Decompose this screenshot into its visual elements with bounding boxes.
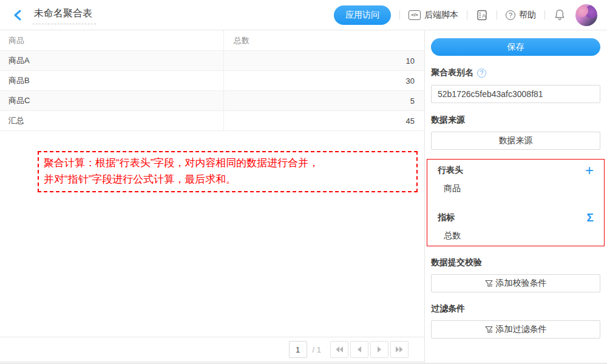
divider: [467, 10, 467, 19]
help-icon: ?: [506, 10, 515, 20]
main-panel: 商品 总数 商品A 10 商品B 30 商品C 5 汇总 45: [0, 30, 425, 364]
alias-label: 聚合表别名: [431, 67, 473, 78]
sigma-icon[interactable]: Σ: [587, 212, 594, 223]
alias-help-icon[interactable]: ?: [477, 69, 486, 78]
metric-label: 指标: [438, 212, 455, 223]
add-validation-button[interactable]: 添加校验条件: [431, 274, 600, 292]
divider: [399, 10, 400, 19]
code-icon: </>: [409, 10, 421, 20]
cell-product: 商品C: [0, 91, 224, 110]
datasource-button[interactable]: 数据来源: [431, 132, 600, 150]
last-page-button[interactable]: [390, 341, 409, 358]
annotation-note: 聚合计算：根据“行表头”字段，对内容相同的数据进行合并， 并对“指针”字段进行公…: [38, 151, 418, 192]
filter-icon: [485, 280, 493, 288]
add-filter-label: 添加过滤条件: [496, 324, 547, 335]
row-header-field[interactable]: 商品: [438, 183, 594, 194]
help-button[interactable]: ? 帮助: [506, 10, 536, 21]
table-row: 商品A 10: [0, 51, 424, 71]
body: 商品 总数 商品A 10 商品B 30 商品C 5 汇总 45: [0, 30, 607, 364]
cell-total: 10: [224, 51, 424, 70]
app-access-button[interactable]: 应用访问: [334, 5, 391, 25]
chevron-left-icon: [356, 346, 362, 353]
double-chevron-right-icon: [395, 346, 404, 353]
svg-text:A: A: [482, 12, 486, 18]
filter-label: 过滤条件: [431, 303, 600, 314]
chevron-left-icon: [13, 10, 22, 21]
metric-field[interactable]: 总数: [438, 231, 594, 241]
table-row: 商品B 30: [0, 71, 424, 91]
top-header: 未命名聚合表 应用访问 </> 后端脚本 A ?: [0, 0, 607, 30]
backend-script-label: 后端脚本: [424, 10, 458, 21]
next-page-button[interactable]: [370, 341, 388, 358]
cell-product: 汇总: [0, 111, 224, 130]
back-button[interactable]: [11, 8, 24, 22]
cell-product: 商品A: [0, 51, 224, 70]
previous-page-button[interactable]: [350, 341, 368, 358]
cell-total: 45: [224, 111, 424, 130]
double-chevron-left-icon: [335, 346, 344, 353]
annotation-line2: 并对“指针”字段进行公式计算，最后求和。: [44, 171, 412, 187]
address-book-button[interactable]: A: [476, 9, 488, 21]
row-header-label: 行表头: [438, 165, 463, 176]
add-row-header-icon[interactable]: +: [585, 165, 594, 176]
table-row-summary: 汇总 45: [0, 111, 424, 131]
metric-section: 指标 Σ: [438, 212, 594, 223]
save-button[interactable]: 保存: [431, 38, 600, 56]
first-page-button[interactable]: [330, 341, 348, 358]
help-label: 帮助: [519, 10, 536, 21]
chevron-right-icon: [376, 346, 382, 353]
row-header-section: 行表头 +: [438, 165, 594, 176]
alias-input[interactable]: [431, 85, 600, 103]
bell-icon: [554, 8, 566, 21]
address-book-icon: A: [476, 9, 488, 21]
aggregate-table: 商品 总数 商品A 10 商品B 30 商品C 5 汇总 45: [0, 30, 424, 131]
add-validation-label: 添加校验条件: [496, 278, 547, 289]
cell-product: 商品B: [0, 71, 224, 90]
aggregation-config-section: 行表头 + 商品 指标 Σ 总数: [427, 159, 605, 246]
backend-script-button[interactable]: </> 后端脚本: [409, 10, 458, 21]
column-header-product: 商品: [0, 30, 224, 50]
pagination-bar: / 1: [0, 337, 424, 362]
datasource-label: 数据来源: [431, 115, 600, 126]
notifications-button[interactable]: [554, 8, 566, 21]
divider: [544, 10, 545, 19]
cell-total: 5: [224, 91, 424, 110]
page-title[interactable]: 未命名聚合表: [33, 6, 96, 24]
settings-sidebar: 保存 聚合表别名 ? 数据来源 数据来源 行表头 + 商品 指标 Σ 总数: [425, 30, 606, 364]
validation-label: 数据提交校验: [431, 257, 600, 268]
column-header-total: 总数: [224, 30, 424, 50]
page-number-input[interactable]: [289, 341, 307, 358]
header-actions: 应用访问 </> 后端脚本 A ? 帮助: [334, 4, 597, 26]
annotation-line1: 聚合计算：根据“行表头”字段，对内容相同的数据进行合并，: [44, 155, 412, 171]
user-avatar[interactable]: [575, 4, 597, 26]
alias-label-row: 聚合表别名 ?: [431, 67, 600, 78]
add-filter-button[interactable]: 添加过滤条件: [431, 320, 600, 339]
table-row: 商品C 5: [0, 91, 424, 111]
filter-icon: [485, 326, 493, 334]
table-header-row: 商品 总数: [0, 30, 424, 51]
page-total: / 1: [313, 345, 321, 354]
divider: [497, 10, 497, 19]
cell-total: 30: [224, 71, 424, 90]
app-window: 未命名聚合表 应用访问 </> 后端脚本 A ?: [0, 0, 607, 364]
